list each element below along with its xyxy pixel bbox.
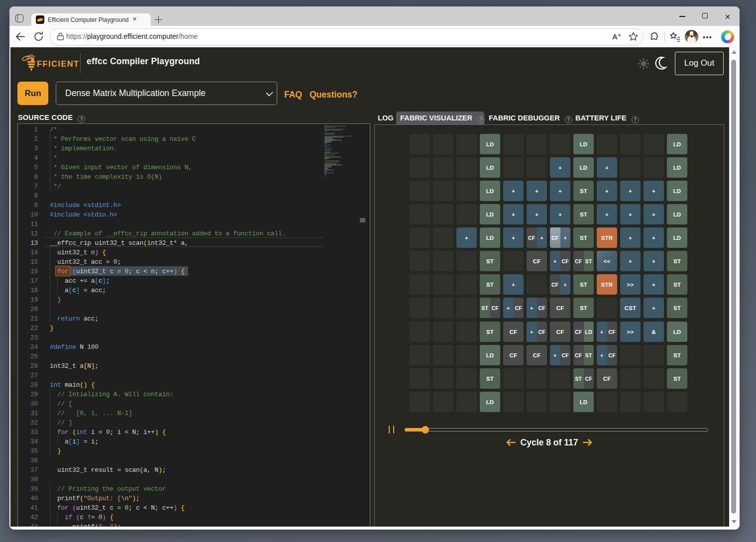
svg-text:A: A — [612, 32, 618, 41]
svg-text:FFICIENT: FFICIENT — [37, 59, 79, 68]
